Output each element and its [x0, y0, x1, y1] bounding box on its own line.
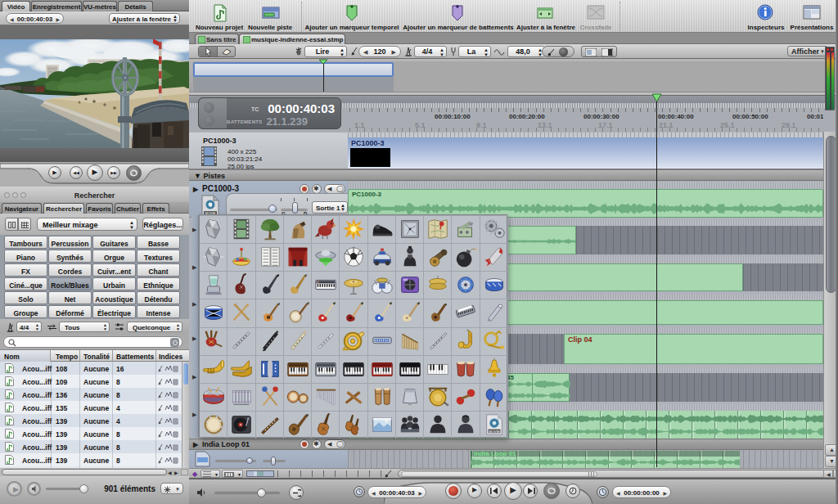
svg-text:Q: Q — [209, 202, 212, 207]
svg-text:MOVIE: MOVIE — [489, 430, 500, 434]
